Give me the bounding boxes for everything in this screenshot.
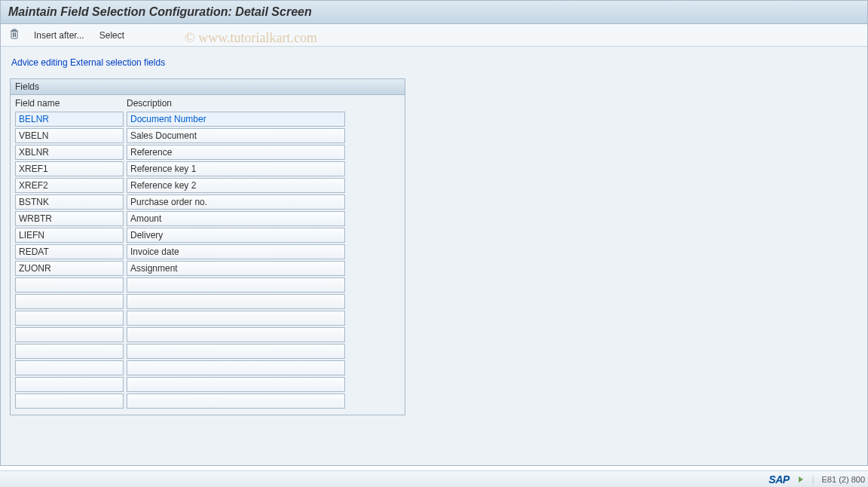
field-name-input[interactable] — [15, 311, 124, 326]
page-title: Maintain Field Selection Configuration: … — [8, 5, 312, 18]
description-input[interactable] — [127, 294, 345, 309]
table-row[interactable]: XREF2Reference key 2 — [15, 178, 400, 193]
description-input[interactable]: Reference — [127, 145, 345, 160]
table-row[interactable]: XREF1Reference key 1 — [15, 161, 400, 176]
insert-after-label: Insert after... — [34, 30, 84, 41]
field-name-input[interactable] — [15, 360, 124, 375]
field-name-input[interactable]: LIEFN — [15, 228, 124, 243]
description-input[interactable]: Assignment — [127, 261, 345, 276]
table-row[interactable] — [15, 344, 400, 359]
advice-editing-link[interactable]: Advice editing — [11, 57, 68, 68]
table-row[interactable] — [15, 360, 400, 375]
system-info: E81 (2) 800 — [822, 475, 865, 484]
description-input[interactable] — [127, 360, 345, 375]
trash-icon — [10, 29, 19, 41]
table-row[interactable]: REDATInvoice date — [15, 244, 400, 259]
description-input[interactable] — [127, 327, 345, 342]
field-name-input[interactable] — [15, 277, 124, 293]
session-indicator-icon[interactable] — [797, 476, 805, 483]
description-input[interactable] — [127, 377, 345, 392]
description-input[interactable]: Delivery — [127, 228, 345, 243]
table-headers: Field name Description — [11, 95, 405, 112]
divider: | — [812, 475, 815, 484]
description-input[interactable]: Purchase order no. — [127, 194, 345, 210]
field-name-input[interactable] — [15, 394, 124, 409]
description-input[interactable]: Amount — [127, 211, 345, 226]
field-name-input[interactable]: XREF2 — [15, 178, 124, 193]
status-bar: SAP | E81 (2) 800 — [0, 470, 868, 487]
field-name-input[interactable]: WRBTR — [15, 211, 124, 226]
external-selection-link[interactable]: External selection fields — [70, 57, 165, 68]
table-row[interactable] — [15, 394, 400, 409]
field-name-input[interactable] — [15, 294, 124, 309]
description-input[interactable]: Reference key 1 — [127, 161, 345, 176]
insert-after-button[interactable]: Insert after... — [31, 29, 87, 42]
table-body: BELNRDocument NumberVBELNSales DocumentX… — [11, 112, 405, 415]
field-name-input[interactable] — [15, 377, 124, 392]
field-name-input[interactable]: REDAT — [15, 244, 124, 259]
svg-rect-5 — [13, 29, 16, 31]
table-row[interactable] — [15, 311, 400, 326]
description-input[interactable] — [127, 311, 345, 326]
field-name-input[interactable] — [15, 327, 124, 342]
table-row[interactable] — [15, 277, 400, 293]
field-name-input[interactable]: ZUONR — [15, 261, 124, 276]
field-name-input[interactable]: VBELN — [15, 128, 124, 143]
field-name-input[interactable]: XREF1 — [15, 161, 124, 176]
delete-button[interactable] — [7, 27, 22, 43]
app-frame: Maintain Field Selection Configuration: … — [0, 0, 868, 466]
table-row[interactable]: BSTNKPurchase order no. — [15, 194, 400, 210]
field-name-input[interactable]: BELNR — [15, 112, 124, 127]
table-row[interactable]: XBLNRReference — [15, 145, 400, 160]
link-row: Advice editing External selection fields — [8, 57, 860, 68]
sap-logo: SAP — [769, 473, 789, 485]
table-row[interactable]: VBELNSales Document — [15, 128, 400, 143]
toolbar: Insert after... Select — [1, 24, 867, 47]
description-input[interactable]: Invoice date — [127, 244, 345, 259]
table-row[interactable] — [15, 294, 400, 309]
svg-marker-6 — [799, 476, 803, 482]
table-row[interactable]: LIEFNDelivery — [15, 228, 400, 243]
description-input[interactable] — [127, 344, 345, 359]
description-input[interactable]: Sales Document — [127, 128, 345, 143]
description-input[interactable] — [127, 277, 345, 293]
description-input[interactable]: Document Number — [127, 112, 345, 127]
column-header-description: Description — [127, 98, 400, 109]
column-header-fieldname: Field name — [15, 98, 127, 109]
table-row[interactable]: BELNRDocument Number — [15, 112, 400, 127]
description-input[interactable] — [127, 394, 345, 409]
fields-panel: Fields Field name Description BELNRDocum… — [10, 78, 405, 415]
table-row[interactable] — [15, 377, 400, 392]
select-button[interactable]: Select — [96, 29, 127, 42]
fields-panel-header: Fields — [11, 79, 405, 95]
field-name-input[interactable]: BSTNK — [15, 194, 124, 210]
table-row[interactable] — [15, 327, 400, 342]
table-row[interactable]: ZUONRAssignment — [15, 261, 400, 276]
description-input[interactable]: Reference key 2 — [127, 178, 345, 193]
table-row[interactable]: WRBTRAmount — [15, 211, 400, 226]
field-name-input[interactable]: XBLNR — [15, 145, 124, 160]
field-name-input[interactable] — [15, 344, 124, 359]
content-area: Advice editing External selection fields… — [1, 47, 867, 465]
title-bar: Maintain Field Selection Configuration: … — [1, 1, 867, 24]
select-label: Select — [99, 30, 124, 41]
